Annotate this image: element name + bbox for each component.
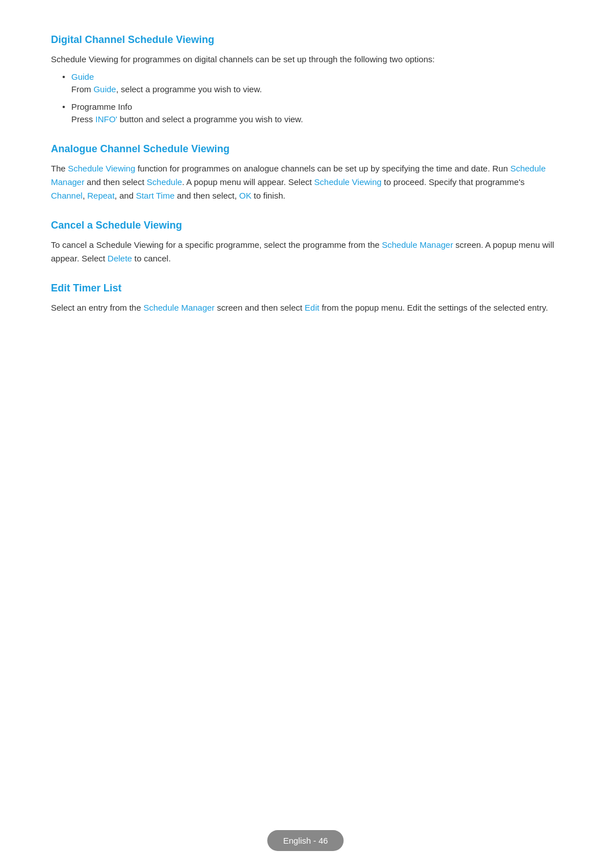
section-title-digital: Digital Channel Schedule Viewing bbox=[51, 34, 560, 46]
schedule-viewing-link-1[interactable]: Schedule Viewing bbox=[68, 164, 135, 173]
section-title-cancel: Cancel a Schedule Viewing bbox=[51, 220, 560, 231]
cancel-body: To cancel a Schedule Viewing for a speci… bbox=[51, 238, 560, 265]
schedule-viewing-link-2[interactable]: Schedule Viewing bbox=[314, 177, 381, 187]
section-analogue: Analogue Channel Schedule Viewing The Sc… bbox=[51, 143, 560, 203]
schedule-manager-link-3[interactable]: Schedule Manager bbox=[143, 303, 214, 312]
section-digital: Digital Channel Schedule Viewing Schedul… bbox=[51, 34, 560, 126]
schedule-manager-link-2[interactable]: Schedule Manager bbox=[382, 240, 453, 250]
bullet-sub-info: Press INFO' button and select a programm… bbox=[71, 113, 560, 126]
schedule-link-1[interactable]: Schedule bbox=[147, 177, 182, 187]
bullet-title-guide: Guide bbox=[71, 72, 94, 81]
bullet-sub-guide: From Guide, select a programme you wish … bbox=[71, 83, 560, 96]
info-link[interactable]: INFO' bbox=[96, 114, 118, 124]
edit-body: Select an entry from the Schedule Manage… bbox=[51, 301, 560, 315]
ok-link[interactable]: OK bbox=[239, 191, 252, 200]
section-title-edit: Edit Timer List bbox=[51, 282, 560, 294]
bullet-title-programme-info: Programme Info bbox=[71, 102, 132, 111]
digital-bullet-list: Guide From Guide, select a programme you… bbox=[62, 72, 560, 126]
page-content: Digital Channel Schedule Viewing Schedul… bbox=[0, 0, 611, 388]
delete-link[interactable]: Delete bbox=[107, 253, 132, 263]
section-title-analogue: Analogue Channel Schedule Viewing bbox=[51, 143, 560, 155]
start-time-link[interactable]: Start Time bbox=[136, 191, 174, 200]
edit-link[interactable]: Edit bbox=[305, 303, 320, 312]
list-item: Programme Info Press INFO' button and se… bbox=[62, 102, 560, 126]
guide-link-2[interactable]: Guide bbox=[93, 84, 116, 94]
digital-intro: Schedule Viewing for programmes on digit… bbox=[51, 53, 560, 66]
section-edit: Edit Timer List Select an entry from the… bbox=[51, 282, 560, 315]
channel-link[interactable]: Channel bbox=[51, 191, 83, 200]
guide-link[interactable]: Guide bbox=[71, 72, 94, 81]
footer-label: English - 46 bbox=[267, 830, 343, 851]
list-item: Guide From Guide, select a programme you… bbox=[62, 72, 560, 96]
analogue-body: The Schedule Viewing function for progra… bbox=[51, 162, 560, 203]
repeat-link[interactable]: Repeat bbox=[87, 191, 114, 200]
section-cancel: Cancel a Schedule Viewing To cancel a Sc… bbox=[51, 220, 560, 265]
